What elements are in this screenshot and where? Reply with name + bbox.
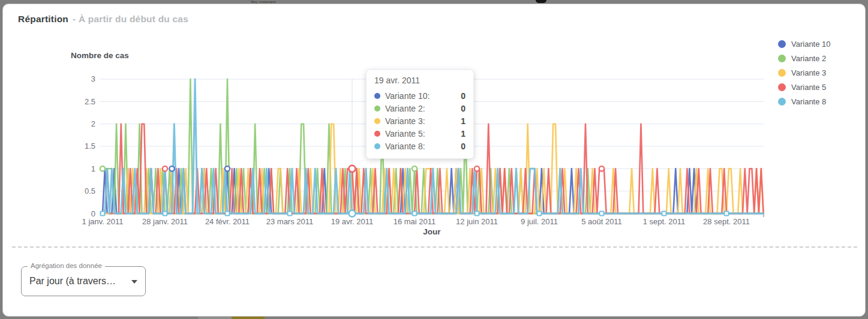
aggregation-select-value: Par jour (à travers… <box>29 276 116 287</box>
x-tick-label: 5 août 2011 <box>581 217 622 226</box>
chart-legend: Variante 10Variante 2Variante 3Variante … <box>778 40 831 106</box>
axis-marker <box>600 212 604 216</box>
caret-down-icon[interactable] <box>131 280 137 284</box>
tooltip-series-value: 0 <box>461 142 465 151</box>
tooltip-row: Variante 5:1 <box>374 127 465 140</box>
x-axis-name: Jour <box>423 227 441 236</box>
axis-marker <box>163 212 167 216</box>
data-point-marker <box>100 166 105 171</box>
x-tick-label: 24 févr. 2011 <box>205 217 250 226</box>
legend-item-variante-10[interactable]: Variante 10 <box>778 40 831 48</box>
legend-item-variante-3[interactable]: Variante 3 <box>778 68 831 77</box>
card-header: Répartition- À partir du début du cas <box>18 14 188 25</box>
axis-marker <box>725 212 729 216</box>
legend-label: Variante 8 <box>791 97 826 106</box>
aggregation-select[interactable]: Agrégation des donnée Par jour (à traver… <box>21 266 146 296</box>
tooltip-series-value: 0 <box>461 91 465 101</box>
y-tick-label: 0.5 <box>85 186 95 195</box>
page-title: Répartition <box>18 14 68 24</box>
tooltip-row: Variante 8:0 <box>374 140 465 152</box>
section-divider <box>12 246 857 248</box>
axis-marker <box>101 212 105 216</box>
tooltip-row: Variante 2:0 <box>374 102 465 115</box>
tooltip-series-label: Variante 3: <box>385 116 425 126</box>
axis-marker <box>662 212 666 216</box>
legend-color-dot <box>778 55 786 62</box>
legend-label: Variante 5 <box>791 83 826 92</box>
data-point-marker <box>599 166 604 171</box>
tooltip-series-label: Variante 2: <box>385 104 425 113</box>
legend-item-variante-5[interactable]: Variante 5 <box>778 83 831 91</box>
page-subtitle: - À partir du début du cas <box>73 14 188 24</box>
y-tick-label: 1 <box>91 164 95 173</box>
legend-color-dot <box>778 98 786 106</box>
x-tick-label: 28 sept. 2011 <box>703 217 750 226</box>
x-tick-label: 19 avr. 2011 <box>331 217 374 226</box>
legend-item-variante-2[interactable]: Variante 2 <box>778 54 831 62</box>
legend-color-dot <box>778 40 786 48</box>
data-point-marker <box>169 166 174 171</box>
y-tick-label: 2 <box>91 119 95 128</box>
data-point-marker <box>225 166 230 171</box>
legend-label: Variante 3 <box>791 68 826 77</box>
data-point-marker <box>349 165 356 172</box>
series-color-dot <box>374 143 380 149</box>
tooltip-date: 19 avr. 2011 <box>374 76 465 85</box>
tooltip-series-value: 1 <box>461 129 465 139</box>
tooltip-row: Variante 3:1 <box>374 115 465 127</box>
axis-marker <box>226 212 230 216</box>
series-color-dot <box>374 106 380 112</box>
tooltip-series-label: Variante 8: <box>385 142 425 151</box>
series-color-dot <box>374 131 380 137</box>
x-tick-label: 1 janv. 2011 <box>82 217 124 226</box>
x-tick-label: 28 janv. 2011 <box>142 217 188 226</box>
x-tick-label: 1 sept. 2011 <box>643 217 686 226</box>
tooltip-row: Variante 10:0 <box>374 89 465 102</box>
x-tick-label: 23 mars 2011 <box>266 217 314 226</box>
legend-item-variante-8[interactable]: Variante 8 <box>778 97 831 106</box>
tooltip-series-label: Variante 5: <box>385 129 425 139</box>
aggregation-select-label: Agrégation des donnée <box>28 262 105 269</box>
legend-color-dot <box>778 83 786 91</box>
tooltip-series-label: Variante 10: <box>385 91 430 101</box>
y-axis-name: Nombre de cas <box>71 51 129 60</box>
x-tick-label: 16 mai 2011 <box>394 217 436 226</box>
tooltip-series-value: 0 <box>461 104 465 113</box>
axis-marker <box>475 212 479 216</box>
x-tick-label: 9 juil. 2011 <box>521 217 558 226</box>
data-point-marker <box>474 166 479 171</box>
axis-marker <box>537 212 542 216</box>
data-point-marker <box>163 166 167 171</box>
chart-tooltip: 19 avr. 2011 Variante 10:0Variante 2:0Va… <box>366 70 474 159</box>
y-tick-label: 2.5 <box>85 97 95 106</box>
legend-label: Variante 2 <box>791 54 826 63</box>
series-color-dot <box>374 118 380 124</box>
y-tick-label: 3 <box>91 74 95 83</box>
tooltip-series-value: 1 <box>461 116 465 126</box>
data-point-marker <box>412 166 417 171</box>
axis-marker <box>413 212 417 216</box>
legend-label: Variante 10 <box>791 40 831 49</box>
series-color-dot <box>374 93 380 99</box>
y-tick-label: 1.5 <box>85 142 95 151</box>
x-tick-label: 12 juin 2011 <box>456 217 498 226</box>
axis-marker <box>288 212 292 216</box>
legend-color-dot <box>778 69 786 77</box>
axis-marker-emphasis <box>349 210 356 217</box>
